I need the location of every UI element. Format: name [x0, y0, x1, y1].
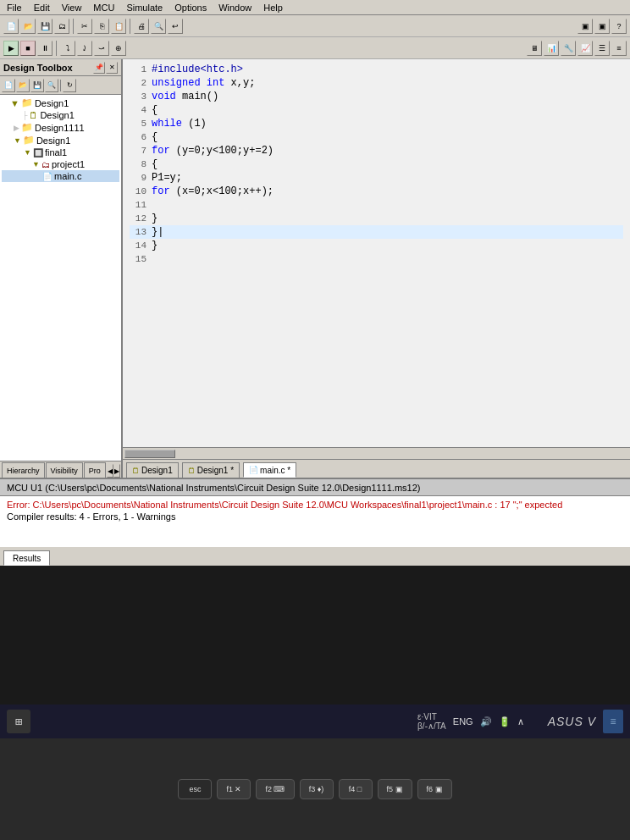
- key-f3[interactable]: f3 ♦): [300, 779, 334, 799]
- tree-item-mainc[interactable]: 📄 main.c: [2, 170, 119, 182]
- tree-label-project1: project1: [52, 159, 85, 169]
- error-line: Error: C:\Users\pc\Documents\National In…: [7, 500, 623, 510]
- tree-item-project1[interactable]: ▼ 🗂 project1: [2, 158, 119, 170]
- tab-schematic-icon-2: 🗒: [188, 467, 196, 475]
- start-button[interactable]: ⊞: [7, 710, 30, 733]
- tab-visibility[interactable]: Visibility: [46, 462, 83, 478]
- tab-schematic-icon-1: 🗒: [132, 467, 140, 475]
- save-all-btn[interactable]: 🗂: [54, 19, 69, 34]
- code-line-11: 11: [130, 198, 623, 212]
- cut-btn[interactable]: ✂: [77, 19, 92, 34]
- tabs-scroll-left[interactable]: ◀: [107, 464, 113, 478]
- output-tab-results[interactable]: Results: [3, 550, 50, 566]
- editor-tab-design1-1[interactable]: 🗒 Design1: [126, 462, 179, 478]
- code-line-9: 9 P1=y;: [130, 171, 623, 185]
- project-icon: 🗂: [41, 160, 50, 169]
- menu-bar: File Edit View MCU Simulate Options Wind…: [0, 0, 630, 15]
- main-toolbar: 📄 📂 💾 🗂 ✂ ⎘ 📋 🖨 🔍 ↩ ▣ ▣ ?: [0, 15, 630, 37]
- taskbar-corner-btn[interactable]: ≡: [603, 710, 623, 733]
- menu-mcu[interactable]: MCU: [90, 2, 118, 14]
- menu-edit[interactable]: Edit: [30, 2, 53, 14]
- undo-btn[interactable]: ↩: [168, 19, 183, 34]
- sidebar-close-btn[interactable]: ✕: [106, 62, 118, 74]
- menu-options[interactable]: Options: [171, 2, 210, 14]
- step-out-btn[interactable]: ⤻: [94, 41, 109, 56]
- tree-btn1[interactable]: 📄: [2, 79, 15, 92]
- window-btn1[interactable]: ▣: [578, 19, 593, 34]
- application-window: File Edit View MCU Simulate Options Wind…: [0, 0, 630, 566]
- editor-tab-bar: 🗒 Design1 🗒 Design1 * 📄 main.c *: [123, 459, 630, 478]
- tab-hierarchy[interactable]: Hierarchy: [2, 462, 45, 478]
- menu-help[interactable]: Help: [260, 2, 286, 14]
- key-f1[interactable]: f1 ✕: [217, 779, 251, 799]
- tree-item-design1-child[interactable]: ├ 🗒 Design1: [2, 109, 119, 121]
- editor-tab-design1-2[interactable]: 🗒 Design1 *: [182, 462, 240, 478]
- output-tab-bar: Results: [0, 547, 630, 566]
- design-toolbox: Design Toolbox 📌 ✕ 📄 📂 💾 🔍 ↻ ▼: [0, 59, 123, 478]
- code-line-3: 3 void main(): [130, 90, 623, 103]
- tree-label-mainc: main.c: [54, 171, 81, 181]
- key-esc[interactable]: esc: [178, 779, 212, 799]
- sim-btn2[interactable]: 📊: [544, 41, 559, 56]
- menu-simulate[interactable]: Simulate: [123, 2, 166, 14]
- tab-pro[interactable]: Pro: [84, 462, 106, 478]
- sim-btn4[interactable]: 📈: [578, 41, 593, 56]
- editor-scrollbar[interactable]: [123, 447, 630, 459]
- help-btn[interactable]: ?: [611, 19, 627, 34]
- stop-btn[interactable]: ■: [20, 41, 36, 56]
- code-line-14: 14 }: [130, 239, 623, 252]
- tree-refresh-btn[interactable]: ↻: [63, 79, 76, 92]
- key-f6[interactable]: f6 ▣: [417, 779, 452, 799]
- code-line-5: 5 while (1): [130, 117, 623, 130]
- tree-btn4[interactable]: 🔍: [45, 79, 58, 92]
- new-btn[interactable]: 📄: [3, 19, 19, 34]
- key-f5[interactable]: f5 ▣: [378, 779, 412, 799]
- code-line-15: 15: [130, 252, 623, 266]
- schematic-icon: 🗒: [29, 110, 38, 120]
- tree-item-design1-root[interactable]: ▼ 📁 Design1: [2, 97, 119, 109]
- tabs-scroll-right[interactable]: ▶: [113, 464, 120, 478]
- code-content[interactable]: 1 #include<htc.h> 2 unsigned int x,y; 3 …: [123, 59, 630, 447]
- sidebar-header: Design Toolbox 📌 ✕: [0, 59, 121, 76]
- open-btn[interactable]: 📂: [20, 19, 36, 34]
- preview-btn[interactable]: 🔍: [151, 19, 166, 34]
- scrollbar-thumb[interactable]: [124, 450, 175, 458]
- menu-file[interactable]: File: [3, 2, 25, 14]
- copy-btn[interactable]: ⎘: [94, 19, 109, 34]
- tree-item-final1[interactable]: ▼ 🔲 final1: [2, 146, 119, 158]
- simulation-toolbar: ▶ ■ ⏸ ⤵ ⤸ ⤻ ⊕ 🖥 📊 🔧 📈 ☰ ≡: [0, 37, 630, 59]
- sim-btn3[interactable]: 🔧: [561, 41, 576, 56]
- editor-tab-mainc[interactable]: 📄 main.c *: [243, 462, 296, 478]
- sim-btn6[interactable]: ≡: [611, 41, 627, 56]
- tree-btn3[interactable]: 💾: [30, 79, 44, 92]
- network-icon: ∧: [517, 716, 524, 727]
- save-btn[interactable]: 💾: [37, 19, 52, 34]
- code-editor: 1 #include<htc.h> 2 unsigned int x,y; 3 …: [123, 59, 630, 478]
- breakpoint-btn[interactable]: ⊕: [111, 41, 126, 56]
- play-btn[interactable]: ▶: [3, 41, 19, 56]
- folder-icon: 📁: [21, 97, 33, 108]
- editor-tab-label-1: Design1: [141, 466, 173, 475]
- tree-expand-icon5: ▼: [32, 160, 40, 169]
- tree-item-design1-3[interactable]: ▼ 📁 Design1: [2, 134, 119, 146]
- sidebar-pin-btn[interactable]: 📌: [93, 62, 105, 74]
- tree-label-design1111: Design1111: [35, 123, 85, 133]
- step-btn[interactable]: ⤵: [60, 41, 75, 56]
- paste-btn[interactable]: 📋: [111, 19, 126, 34]
- tree-item-design1111[interactable]: ▶ 📁 Design1111: [2, 121, 119, 134]
- pause-btn[interactable]: ⏸: [37, 41, 52, 56]
- key-f2[interactable]: f2 ⌨: [256, 779, 294, 799]
- menu-view[interactable]: View: [58, 2, 86, 14]
- project-tree: ▼ 📁 Design1 ├ 🗒 Design1 ▶ 📁 Design1111 ▼…: [0, 95, 121, 461]
- code-line-13: 13 }|: [130, 225, 623, 239]
- step-over-btn[interactable]: ⤸: [77, 41, 92, 56]
- menu-window[interactable]: Window: [215, 2, 255, 14]
- sim-btn5[interactable]: ☰: [594, 41, 610, 56]
- print-btn[interactable]: 🖨: [134, 19, 149, 34]
- tree-btn2[interactable]: 📂: [16, 79, 30, 92]
- key-f4[interactable]: f4 □: [339, 779, 373, 799]
- editor-tab-label-mainc: main.c *: [260, 466, 290, 475]
- output-panel: MCU U1 (C:\Users\pc\Documents\National I…: [0, 478, 630, 566]
- window-btn2[interactable]: ▣: [594, 19, 610, 34]
- sim-btn1[interactable]: 🖥: [527, 41, 542, 56]
